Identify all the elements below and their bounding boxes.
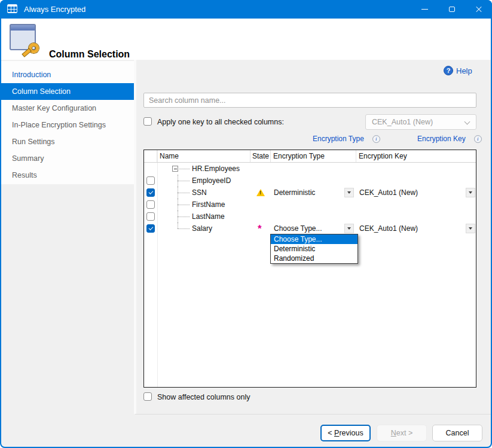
- column-name: LastName: [192, 212, 225, 221]
- apply-key-dropdown[interactable]: CEK_Auto1 (New): [365, 114, 476, 130]
- encryption-key-link[interactable]: Encryption Key: [417, 135, 466, 143]
- header-state: State: [250, 150, 271, 162]
- encryption-type-link-group: Encryption Type: [313, 135, 380, 143]
- help-label: Help: [456, 66, 472, 75]
- help-link[interactable]: Help: [444, 66, 472, 75]
- tree-line: [178, 223, 178, 228]
- dropdown-option-deterministic[interactable]: Deterministic: [271, 244, 357, 254]
- cancel-button[interactable]: Cancel: [432, 425, 482, 441]
- show-affected-checkbox[interactable]: [143, 392, 152, 401]
- column-name: SSN: [192, 188, 207, 197]
- header-name: Name: [157, 150, 250, 162]
- page-title: Column Selection: [49, 49, 130, 60]
- help-icon: [444, 66, 453, 75]
- next-button[interactable]: Next >: [377, 425, 427, 441]
- footer-divider: [135, 414, 491, 415]
- required-asterisk-icon: [258, 223, 262, 235]
- wizard-steps-sidebar: Introduction Column Selection Master Key…: [1, 60, 134, 414]
- encryption-key-value[interactable]: CEK_Auto1 (New): [359, 188, 418, 197]
- encryption-type-dropdown-button[interactable]: [344, 188, 354, 197]
- sidebar-item-introduction[interactable]: Introduction: [1, 66, 134, 83]
- apply-one-key-label: Apply one key to all checked columns:: [157, 118, 284, 126]
- encryption-key-dropdown-button[interactable]: [466, 188, 475, 197]
- apply-one-key-checkbox[interactable]: [143, 117, 152, 126]
- warning-icon: [256, 189, 265, 196]
- row-checkbox-salary[interactable]: [146, 224, 155, 233]
- sidebar-divider: [134, 60, 136, 414]
- dropdown-arrow-icon: [347, 191, 351, 194]
- encryption-type-value[interactable]: Choose Type...: [274, 224, 322, 233]
- table-row: SSN Deterministic CEK_Auto1 (New): [144, 187, 476, 199]
- apply-key-dropdown-value: CEK_Auto1 (New): [372, 118, 433, 126]
- table-row: LastName: [144, 211, 476, 223]
- info-icon[interactable]: [372, 135, 380, 143]
- tree-line: [179, 169, 190, 169]
- column-name: FirstName: [192, 200, 225, 209]
- column-name: EmployeeID: [192, 176, 231, 185]
- dropdown-arrow-icon: [469, 191, 472, 194]
- table-row: FirstName: [144, 199, 476, 211]
- table-key-icon: [10, 24, 37, 51]
- minimize-icon: [421, 9, 428, 10]
- window-title: Always Encrypted: [24, 5, 85, 14]
- encryption-key-value[interactable]: CEK_Auto1 (New): [359, 224, 418, 233]
- header-encryption-type: Encryption Type: [271, 150, 356, 162]
- column-name: Salary: [192, 224, 212, 233]
- sidebar-item-summary[interactable]: Summary: [1, 150, 134, 167]
- info-icon[interactable]: [474, 135, 482, 143]
- encryption-type-dropdown-button[interactable]: [344, 224, 354, 233]
- table-group-name: HR.Employees: [192, 164, 240, 173]
- dropdown-option-randomized[interactable]: Randomized: [271, 254, 357, 263]
- row-checkbox-firstname[interactable]: [146, 200, 155, 209]
- encryption-key-dropdown-button[interactable]: [466, 224, 475, 233]
- table-row: Salary Choose Type... CEK_Auto1 (New): [144, 223, 476, 234]
- search-input[interactable]: [143, 93, 476, 108]
- title-bar: Always Encrypted: [0, 0, 492, 19]
- sidebar-item-in-place-encryption-settings[interactable]: In-Place Encryption Settings: [1, 117, 134, 133]
- previous-button[interactable]: < Previous: [320, 425, 371, 441]
- header-encryption-key: Encryption Key: [356, 150, 476, 162]
- wizard-header: Column Selection: [1, 19, 491, 60]
- encryption-key-link-group: Encryption Key: [417, 135, 482, 143]
- table-row-group: HR.Employees: [144, 163, 476, 175]
- row-checkbox-employeeid[interactable]: [146, 176, 155, 185]
- table-header-row: Name State Encryption Type Encryption Ke…: [144, 150, 476, 163]
- chevron-down-icon: [465, 119, 470, 125]
- row-checkbox-lastname[interactable]: [146, 212, 155, 221]
- encryption-type-value[interactable]: Deterministic: [274, 188, 315, 197]
- dropdown-arrow-icon: [347, 227, 351, 230]
- maximize-icon: [449, 7, 455, 12]
- close-button[interactable]: [465, 0, 492, 19]
- columns-table: Name State Encryption Type Encryption Ke…: [143, 150, 476, 388]
- tree-collapse-icon[interactable]: [172, 166, 178, 172]
- always-encrypted-wizard-window: Always Encrypted Column Selection Introd…: [0, 0, 492, 448]
- maximize-button[interactable]: [438, 0, 465, 19]
- minimize-button[interactable]: [411, 0, 438, 19]
- sidebar-item-master-key-configuration[interactable]: Master Key Configuration: [1, 100, 134, 117]
- sidebar-item-column-selection[interactable]: Column Selection: [1, 83, 134, 100]
- app-icon: [7, 4, 17, 13]
- wizard-steps-list: Introduction Column Selection Master Key…: [1, 61, 134, 184]
- encryption-type-dropdown-list: Choose Type... Deterministic Randomized: [270, 234, 358, 264]
- table-row: EmployeeID: [144, 175, 476, 187]
- sidebar-item-results[interactable]: Results: [1, 167, 134, 184]
- show-affected-label: Show affected columns only: [157, 393, 250, 401]
- dropdown-option-choose-type[interactable]: Choose Type...: [271, 234, 357, 244]
- dropdown-arrow-icon: [469, 227, 472, 230]
- row-checkbox-ssn[interactable]: [146, 188, 155, 197]
- encryption-type-link[interactable]: Encryption Type: [313, 135, 364, 143]
- sidebar-item-run-settings[interactable]: Run Settings: [1, 133, 134, 150]
